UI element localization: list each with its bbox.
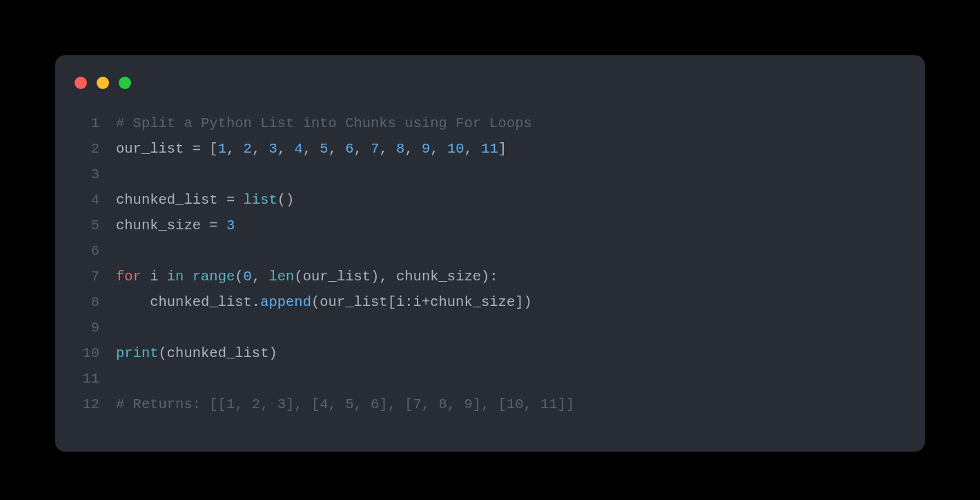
line-number: 3: [75, 162, 99, 187]
token-number: 2: [244, 141, 252, 157]
token-default: our_list: [116, 141, 193, 157]
code-line: 4chunked_list = list(): [75, 187, 905, 213]
line-content: # Split a Python List into Chunks using …: [116, 110, 532, 136]
line-number: 4: [75, 187, 99, 213]
code-line: 11: [75, 366, 905, 392]
token-default: chunk_size: [116, 218, 209, 233]
line-content: chunked_list = list(): [116, 187, 294, 213]
token-default: ,: [252, 269, 269, 285]
token-number: 7: [371, 141, 379, 157]
line-content: # Returns: [[1, 2, 3], [4, 5, 6], [7, 8,…: [116, 392, 574, 417]
token-builtin: len: [268, 269, 294, 285]
code-line: 10print(chunked_list): [75, 340, 905, 366]
window-controls: [55, 55, 925, 110]
line-content: [116, 366, 124, 392]
code-line: 3: [75, 162, 905, 187]
line-content: [116, 162, 124, 187]
token-bracket: [: [209, 141, 217, 157]
token-operator: +: [422, 294, 430, 310]
token-default: ,: [252, 141, 269, 157]
code-line: 12# Returns: [[1, 2, 3], [4, 5, 6], [7, …: [75, 392, 905, 417]
line-content: [116, 238, 124, 264]
token-operator: =: [209, 218, 226, 233]
line-number: 8: [75, 289, 99, 315]
token-bracket: ]: [498, 141, 507, 157]
code-line: 8 chunked_list.append(our_list[i:i+chunk…: [75, 289, 905, 315]
token-default: (our_list[i:i: [311, 294, 422, 310]
token-builtin: print: [116, 345, 159, 361]
token-default: ,: [379, 141, 396, 157]
line-content: print(chunked_list): [116, 340, 277, 366]
token-default: ,: [404, 141, 422, 157]
line-content: for i in range(0, len(our_list), chunk_s…: [116, 264, 498, 289]
line-content: chunked_list.append(our_list[i:i+chunk_s…: [116, 289, 532, 315]
token-default: i: [141, 269, 167, 285]
token-builtin: range: [193, 269, 235, 285]
close-icon[interactable]: [75, 77, 87, 89]
line-number: 7: [75, 264, 99, 289]
code-line: 6: [75, 238, 905, 264]
token-builtin: list: [244, 192, 277, 208]
token-number: 8: [396, 141, 404, 157]
token-number: 10: [447, 141, 464, 157]
token-ctrl-for: for: [116, 269, 141, 285]
line-content: our_list = [1, 2, 3, 4, 5, 6, 7, 8, 9, 1…: [116, 136, 507, 162]
token-default: [184, 269, 192, 285]
token-default: (our_list), chunk_size): [294, 269, 489, 285]
token-default: ,: [354, 141, 371, 157]
line-number: 10: [75, 340, 99, 366]
token-default: ,: [226, 141, 244, 157]
token-comment: # Split a Python List into Chunks using …: [116, 115, 532, 131]
code-line: 9: [75, 315, 905, 340]
token-default: chunked_list: [116, 192, 226, 208]
token-default: ,: [430, 141, 447, 157]
token-number: 3: [226, 218, 235, 233]
token-default: ,: [277, 141, 295, 157]
token-number: 4: [294, 141, 302, 157]
minimize-icon[interactable]: [97, 77, 109, 89]
token-number: 11: [481, 141, 498, 157]
code-line: 5chunk_size = 3: [75, 213, 905, 238]
token-default: ,: [464, 141, 482, 157]
token-number: 3: [268, 141, 277, 157]
token-comment: # Returns: [[1, 2, 3], [4, 5, 6], [7, 8,…: [116, 396, 574, 412]
token-default: ,: [303, 141, 320, 157]
code-line: 7for i in range(0, len(our_list), chunk_…: [75, 264, 905, 289]
token-ctrl-in: in: [167, 269, 184, 285]
zoom-icon[interactable]: [119, 77, 131, 89]
token-number: 0: [244, 269, 252, 285]
line-number: 6: [75, 238, 99, 264]
code-line: 2our_list = [1, 2, 3, 4, 5, 6, 7, 8, 9, …: [75, 136, 905, 162]
token-number: 5: [320, 141, 328, 157]
token-func: append: [260, 294, 311, 310]
code-line: 1# Split a Python List into Chunks using…: [75, 110, 905, 136]
line-content: [116, 315, 124, 340]
token-default: (chunked_list): [159, 345, 277, 361]
token-default: :: [489, 269, 498, 285]
line-content: chunk_size = 3: [116, 213, 235, 238]
code-card: 1# Split a Python List into Chunks using…: [55, 55, 925, 452]
token-operator: =: [226, 192, 244, 208]
token-number: 9: [422, 141, 430, 157]
line-number: 9: [75, 315, 99, 340]
token-number: 6: [345, 141, 353, 157]
line-number: 1: [75, 110, 99, 136]
line-number: 2: [75, 136, 99, 162]
token-bracket: (: [235, 269, 243, 285]
line-number: 5: [75, 213, 99, 238]
line-number: 11: [75, 366, 99, 392]
token-default: ,: [329, 141, 346, 157]
token-number: 1: [218, 141, 226, 157]
token-bracket: (): [277, 192, 295, 208]
token-operator: =: [193, 141, 210, 157]
code-block: 1# Split a Python List into Chunks using…: [55, 110, 925, 417]
token-default: chunk_size]): [430, 294, 532, 310]
line-number: 12: [75, 392, 99, 417]
token-default: chunked_list.: [116, 294, 260, 310]
